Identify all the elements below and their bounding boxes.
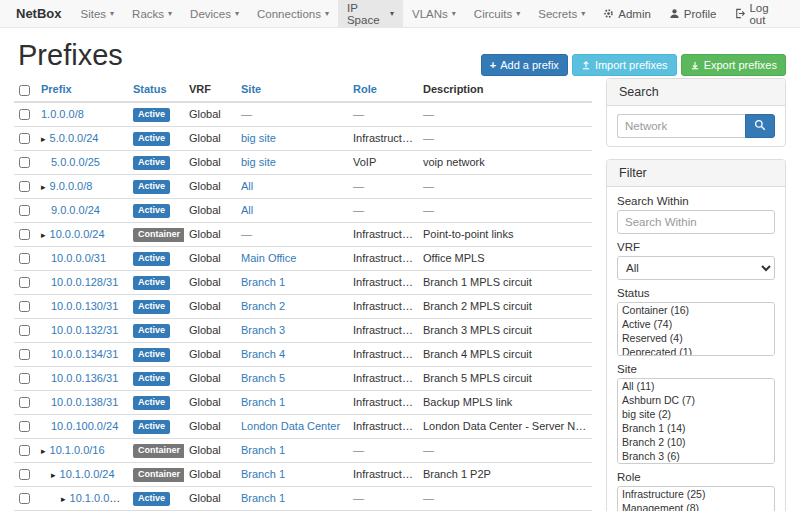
row-checkbox[interactable] bbox=[19, 181, 30, 192]
site-filter-option[interactable]: Branch 3 (6) bbox=[618, 449, 774, 463]
nav-item-sites[interactable]: Sites▾ bbox=[72, 0, 124, 27]
site-link[interactable]: Branch 1 bbox=[241, 492, 285, 504]
prefix-row: 10.0.0.128/31ActiveGlobalBranch 1Infrast… bbox=[14, 270, 592, 294]
row-checkbox[interactable] bbox=[19, 469, 30, 480]
prefix-link[interactable]: 9.0.0.0/8 bbox=[50, 180, 93, 192]
site-filter-option[interactable]: All (11) bbox=[618, 379, 774, 393]
site-link[interactable]: Branch 2 bbox=[241, 300, 285, 312]
brand-link[interactable]: NetBox bbox=[6, 0, 72, 27]
site-link[interactable]: Branch 5 bbox=[241, 372, 285, 384]
prefix-link[interactable]: 10.0.100.0/24 bbox=[51, 420, 118, 432]
status-filter-listbox[interactable]: Container (16)Active (74)Reserved (4)Dep… bbox=[617, 302, 775, 356]
site-filter-option[interactable]: big site (2) bbox=[618, 407, 774, 421]
sort-link-prefix[interactable]: Prefix bbox=[41, 83, 72, 95]
expand-caret-icon[interactable]: ▸ bbox=[61, 494, 66, 504]
row-checkbox[interactable] bbox=[19, 157, 30, 168]
row-checkbox[interactable] bbox=[19, 397, 30, 408]
site-link[interactable]: Branch 3 bbox=[241, 324, 285, 336]
prefix-link[interactable]: 10.1.0.0/24 bbox=[60, 468, 115, 480]
status-filter-option[interactable]: Deprecated (1) bbox=[618, 345, 774, 356]
expand-caret-icon[interactable]: ▸ bbox=[51, 470, 56, 480]
site-filter-option[interactable]: Branch 4 (12) bbox=[618, 463, 774, 464]
status-filter-option[interactable]: Active (74) bbox=[618, 317, 774, 331]
expand-caret-icon[interactable]: ▸ bbox=[41, 230, 46, 240]
nav-item-racks[interactable]: Racks▾ bbox=[123, 0, 181, 27]
role-filter-option[interactable]: Infrastructure (25) bbox=[618, 487, 774, 501]
role-filter-listbox[interactable]: Infrastructure (25)Management (8)Private… bbox=[617, 486, 775, 511]
site-link[interactable]: Branch 4 bbox=[241, 348, 285, 360]
site-filter-option[interactable]: Branch 2 (10) bbox=[618, 435, 774, 449]
site-link[interactable]: All bbox=[241, 204, 253, 216]
prefix-link[interactable]: 10.0.0.136/31 bbox=[51, 372, 118, 384]
nav-item-ip-space[interactable]: IP Space▾ bbox=[338, 0, 403, 27]
vrf-cell: Global bbox=[184, 486, 236, 510]
prefix-table-container: PrefixStatusVRFSiteRoleDescription 1.0.0… bbox=[14, 78, 592, 511]
row-checkbox[interactable] bbox=[19, 253, 30, 264]
add-prefix-button[interactable]: + Add a prefix bbox=[481, 54, 568, 76]
site-link[interactable]: All bbox=[241, 180, 253, 192]
prefix-link[interactable]: 1.0.0.0/8 bbox=[41, 108, 84, 120]
prefix-link[interactable]: 10.0.0.0/24 bbox=[50, 228, 105, 240]
row-checkbox[interactable] bbox=[19, 229, 30, 240]
nav-item-devices[interactable]: Devices▾ bbox=[181, 0, 248, 27]
select-all-checkbox[interactable] bbox=[19, 85, 30, 96]
nav-item-circuits[interactable]: Circuits▾ bbox=[465, 0, 529, 27]
row-checkbox[interactable] bbox=[19, 109, 30, 120]
search-within-input[interactable] bbox=[617, 210, 775, 234]
column-header-role: Role bbox=[348, 78, 418, 102]
site-link[interactable]: Main Office bbox=[241, 252, 296, 264]
prefix-link[interactable]: 10.1.0.0/25 bbox=[70, 492, 125, 504]
expand-caret-icon[interactable]: ▸ bbox=[41, 134, 46, 144]
role-filter-option[interactable]: Management (8) bbox=[618, 501, 774, 511]
sort-link-site[interactable]: Site bbox=[241, 83, 261, 95]
site-link[interactable]: Branch 1 bbox=[241, 276, 285, 288]
site-link[interactable]: Branch 1 bbox=[241, 468, 285, 480]
vrf-select[interactable]: All bbox=[617, 256, 775, 280]
nav-item-connections[interactable]: Connections▾ bbox=[248, 0, 338, 27]
site-filter-option[interactable]: Ashburn DC (7) bbox=[618, 393, 774, 407]
export-prefixes-button[interactable]: Export prefixes bbox=[681, 54, 786, 76]
row-checkbox[interactable] bbox=[19, 493, 30, 504]
status-filter-option[interactable]: Reserved (4) bbox=[618, 331, 774, 345]
logout-link[interactable]: Log out bbox=[725, 0, 794, 27]
search-input[interactable] bbox=[617, 114, 745, 138]
row-checkbox[interactable] bbox=[19, 205, 30, 216]
status-filter-option[interactable]: Container (16) bbox=[618, 303, 774, 317]
site-filter-listbox[interactable]: All (11)Ashburn DC (7)big site (2)Branch… bbox=[617, 378, 775, 464]
prefix-link[interactable]: 10.0.0.132/31 bbox=[51, 324, 118, 336]
sort-link-status[interactable]: Status bbox=[133, 83, 167, 95]
site-link[interactable]: London Data Center bbox=[241, 420, 340, 432]
sort-link-role[interactable]: Role bbox=[353, 83, 377, 95]
prefix-link[interactable]: 10.0.0.130/31 bbox=[51, 300, 118, 312]
site-filter-option[interactable]: Branch 1 (14) bbox=[618, 421, 774, 435]
row-checkbox[interactable] bbox=[19, 445, 30, 456]
row-checkbox[interactable] bbox=[19, 301, 30, 312]
site-link[interactable]: big site bbox=[241, 132, 276, 144]
row-checkbox[interactable] bbox=[19, 373, 30, 384]
row-checkbox[interactable] bbox=[19, 277, 30, 288]
site-link[interactable]: big site bbox=[241, 156, 276, 168]
prefix-link[interactable]: 10.0.0.128/31 bbox=[51, 276, 118, 288]
expand-caret-icon[interactable]: ▸ bbox=[41, 446, 46, 456]
nav-item-secrets[interactable]: Secrets▾ bbox=[529, 0, 594, 27]
search-button[interactable] bbox=[745, 114, 775, 138]
prefix-link[interactable]: 5.0.0.0/24 bbox=[50, 132, 99, 144]
prefix-link[interactable]: 10.0.0.0/31 bbox=[51, 252, 106, 264]
checkbox-cell bbox=[14, 270, 36, 294]
profile-link[interactable]: Profile bbox=[660, 0, 726, 27]
prefix-link[interactable]: 10.0.0.138/31 bbox=[51, 396, 118, 408]
site-link[interactable]: Branch 1 bbox=[241, 396, 285, 408]
import-prefixes-button[interactable]: Import prefixes bbox=[572, 54, 677, 76]
admin-link[interactable]: Admin bbox=[594, 0, 660, 27]
prefix-link[interactable]: 10.0.0.134/31 bbox=[51, 348, 118, 360]
prefix-link[interactable]: 9.0.0.0/24 bbox=[51, 204, 100, 216]
row-checkbox[interactable] bbox=[19, 421, 30, 432]
row-checkbox[interactable] bbox=[19, 133, 30, 144]
row-checkbox[interactable] bbox=[19, 325, 30, 336]
nav-item-vlans[interactable]: VLANs▾ bbox=[403, 0, 465, 27]
prefix-link[interactable]: 5.0.0.0/25 bbox=[51, 156, 100, 168]
row-checkbox[interactable] bbox=[19, 349, 30, 360]
expand-caret-icon[interactable]: ▸ bbox=[41, 182, 46, 192]
prefix-link[interactable]: 10.1.0.0/16 bbox=[50, 444, 105, 456]
site-link[interactable]: Branch 1 bbox=[241, 444, 285, 456]
